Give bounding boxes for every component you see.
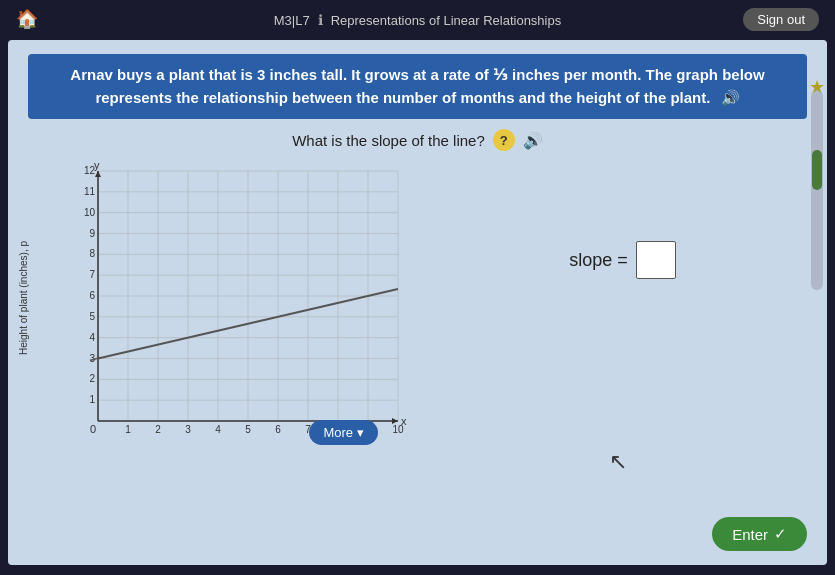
home-icon[interactable]: 🏠 xyxy=(16,8,38,30)
cursor-indicator: ↖ xyxy=(609,449,627,475)
top-bar: 🏠 M3|L7 ℹ Representations of Linear Rela… xyxy=(0,0,835,40)
problem-text: Arnav buys a plant that is 3 inches tall… xyxy=(70,66,764,106)
star-icon: ★ xyxy=(809,76,825,98)
audio-icon-question[interactable]: 🔊 xyxy=(523,131,543,150)
scrollbar-thumb xyxy=(812,150,822,190)
graph-slope-row: Height of plant (inches), p More ▾ slope… xyxy=(28,161,807,451)
down-arrow-icon: ▾ xyxy=(357,425,364,440)
audio-icon-problem[interactable]: 🔊 xyxy=(721,89,740,106)
scrollbar[interactable] xyxy=(811,90,823,290)
lesson-title: Representations of Linear Relationships xyxy=(331,13,562,28)
help-icon[interactable]: ? xyxy=(493,129,515,151)
question-text: What is the slope of the line? xyxy=(292,132,485,149)
problem-statement: Arnav buys a plant that is 3 inches tall… xyxy=(28,54,807,119)
slope-section: slope = xyxy=(438,241,807,279)
slope-label: slope = xyxy=(569,250,628,271)
graph-canvas xyxy=(68,161,408,451)
info-icon: ℹ xyxy=(318,12,323,28)
sign-out-button[interactable]: Sign out xyxy=(743,8,819,31)
more-button[interactable]: More ▾ xyxy=(309,420,378,445)
graph-area xyxy=(68,161,408,451)
graph-container: Height of plant (inches), p More ▾ xyxy=(28,161,408,451)
enter-button[interactable]: Enter ✓ xyxy=(712,517,807,551)
slope-input[interactable] xyxy=(636,241,676,279)
y-axis-label: Height of plant (inches), p xyxy=(18,241,29,355)
course-code: M3|L7 xyxy=(274,13,310,28)
top-bar-center: M3|L7 ℹ Representations of Linear Relati… xyxy=(274,12,561,28)
question-row: What is the slope of the line? ? 🔊 xyxy=(28,129,807,151)
main-content: ★ Arnav buys a plant that is 3 inches ta… xyxy=(8,40,827,565)
checkmark-icon: ✓ xyxy=(774,525,787,543)
